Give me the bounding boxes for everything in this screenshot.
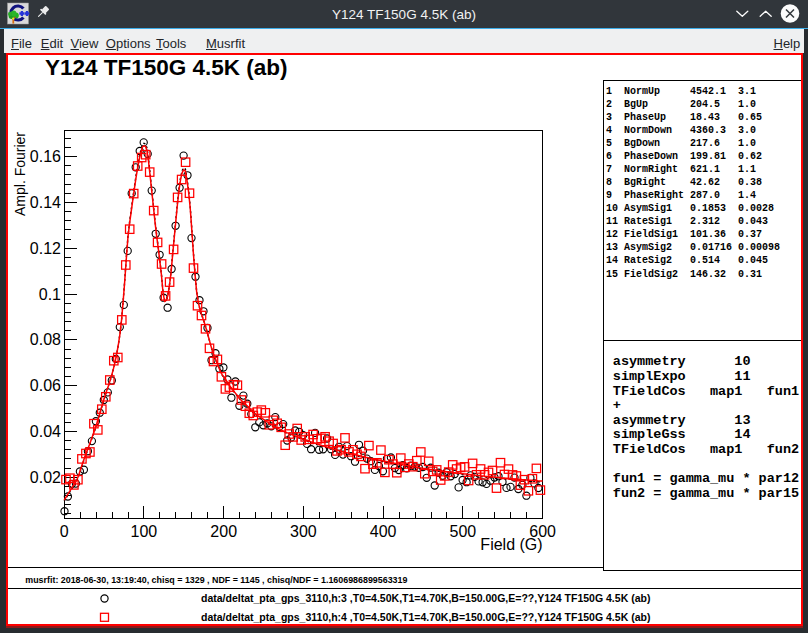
svg-text:TFieldCos map1 fun2: TFieldCos map1 fun2 (613, 442, 799, 457)
svg-text:9 PhaseRight 287.0 1.4: 9 PhaseRight 287.0 1.4 (606, 190, 756, 201)
svg-text:12 FieldSig1 101.36 0.37: 12 FieldSig1 101.36 0.37 (606, 229, 762, 240)
svg-text:7 NormRight 621.1 1.1: 7 NormRight 621.1 1.1 (606, 164, 756, 175)
svg-text:15 FieldSig2 146.32 0.31: 15 FieldSig2 146.32 0.31 (606, 269, 762, 280)
svg-text:simplExpo 11: simplExpo 11 (613, 369, 751, 384)
svg-text:0: 0 (60, 523, 69, 540)
svg-text:1 NormUp 4542.1 3.1: 1 NormUp 4542.1 3.1 (606, 86, 756, 97)
svg-text:4 NormDown 4360.3 3.0: 4 NormDown 4360.3 3.0 (606, 125, 756, 136)
svg-text:300: 300 (290, 523, 317, 540)
svg-text:400: 400 (370, 523, 397, 540)
svg-text:0.06: 0.06 (30, 377, 61, 394)
svg-text:fun2 = gamma_mu * par15: fun2 = gamma_mu * par15 (613, 486, 799, 501)
svg-text:14 RateSig2 0.514 0.045: 14 RateSig2 0.514 0.045 (606, 255, 768, 266)
svg-text:musrfit: 2018-06-30, 13:19:40,: musrfit: 2018-06-30, 13:19:40, chisq = 1… (25, 575, 407, 585)
svg-text:10 AsymSig1 0.1853 0.0028: 10 AsymSig1 0.1853 0.0028 (606, 203, 774, 214)
svg-text:13 AsymSig2 0.01716 0.00098: 13 AsymSig2 0.01716 0.00098 (606, 242, 780, 253)
svg-text:0.08: 0.08 (30, 331, 61, 348)
svg-text:500: 500 (450, 523, 477, 540)
svg-text:Y124 TF150G 4.5K (ab): Y124 TF150G 4.5K (ab) (45, 55, 288, 80)
svg-text:2 BgUp 204.5 1.0: 2 BgUp 204.5 1.0 (606, 99, 756, 110)
svg-text:asymmetry 13: asymmetry 13 (613, 413, 751, 428)
svg-text:simpleGss 14: simpleGss 14 (613, 427, 751, 442)
svg-text:0.02: 0.02 (30, 469, 61, 486)
svg-text:0.04: 0.04 (30, 423, 61, 440)
svg-text:+: + (613, 398, 621, 413)
svg-text:Y124 TF150G 4.5K (ab): Y124 TF150G 4.5K (ab) (332, 7, 476, 22)
svg-text:200: 200 (210, 523, 237, 540)
svg-text:TFieldCos map1 fun1: TFieldCos map1 fun1 (613, 384, 799, 399)
svg-text:0.1: 0.1 (39, 286, 61, 303)
svg-text:Ampl. Fourier: Ampl. Fourier (12, 132, 28, 216)
svg-text:8 BgRight 42.62 0.38: 8 BgRight 42.62 0.38 (606, 177, 762, 188)
svg-text:6 PhaseDown 199.81 0.62: 6 PhaseDown 199.81 0.62 (606, 151, 762, 162)
svg-text:data/deltat_pta_gps_3110,h:3 ,: data/deltat_pta_gps_3110,h:3 ,T0=4.50K,T… (201, 592, 650, 604)
svg-text:asymmetry 10: asymmetry 10 (613, 354, 751, 369)
svg-text:3 PhaseUp 18.43 0.65: 3 PhaseUp 18.43 0.65 (606, 112, 762, 123)
svg-text:Field (G): Field (G) (480, 536, 542, 553)
svg-text:0.16: 0.16 (30, 148, 61, 165)
svg-text:5 BgDown 217.6 1.0: 5 BgDown 217.6 1.0 (606, 138, 756, 149)
svg-text:fun1 = gamma_mu * par12: fun1 = gamma_mu * par12 (613, 471, 799, 486)
svg-text:100: 100 (131, 523, 158, 540)
svg-text:0.14: 0.14 (30, 194, 61, 211)
svg-text:0.12: 0.12 (30, 240, 61, 257)
svg-text:11 RateSig1 2.312 0.043: 11 RateSig1 2.312 0.043 (606, 216, 768, 227)
svg-text:data/deltat_pta_gps_3110,h:4 ,: data/deltat_pta_gps_3110,h:4 ,T0=4.50K,T… (201, 611, 650, 623)
